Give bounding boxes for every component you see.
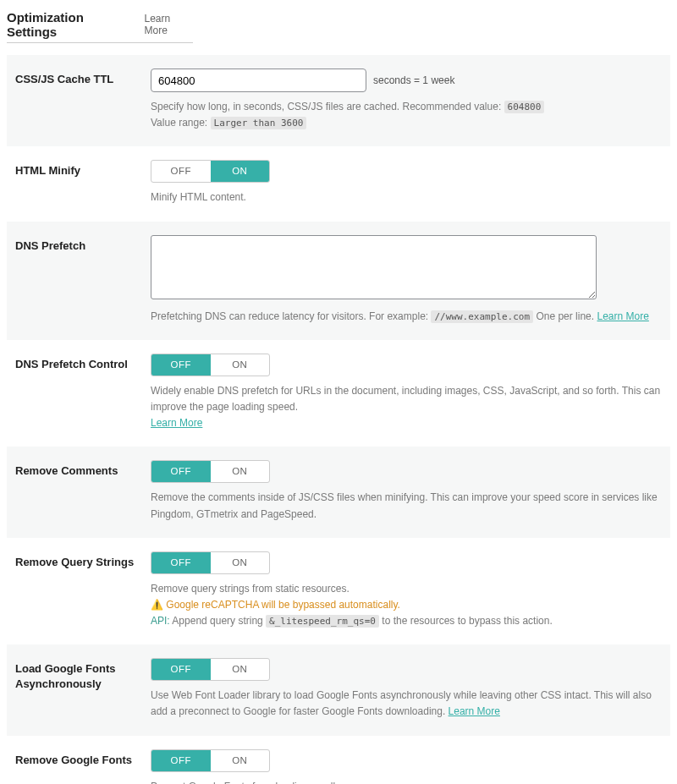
toggle-remove-query[interactable]: OFF ON: [151, 551, 270, 574]
remove-comments-desc: Remove the comments inside of JS/CSS fil…: [151, 490, 662, 522]
remove-query-desc: Remove query strings from static resourc…: [151, 581, 662, 630]
toggle-on[interactable]: ON: [211, 552, 270, 573]
label-dns-prefetch-control: DNS Prefetch Control: [15, 354, 151, 372]
row-dns-prefetch: DNS Prefetch Prefetching DNS can reduce …: [7, 222, 670, 340]
toggle-off[interactable]: OFF: [151, 750, 211, 771]
ttl-after-text: seconds = 1 week: [373, 74, 454, 86]
dns-prefetch-desc: Prefetching DNS can reduce latency for v…: [151, 309, 662, 325]
textarea-dns-prefetch[interactable]: [151, 235, 597, 299]
load-gfonts-async-desc: Use Web Font Loader library to load Goog…: [151, 688, 662, 720]
toggle-off[interactable]: OFF: [151, 354, 211, 376]
label-load-gfonts-async: Load Google Fonts Asynchronously: [15, 658, 151, 692]
remove-gfonts-desc: Prevent Google Fonts from loading on all…: [151, 779, 662, 784]
label-remove-comments: Remove Comments: [15, 460, 151, 479]
html-minify-desc: Minify HTML content.: [151, 189, 662, 206]
label-remove-query: Remove Query Strings: [15, 551, 151, 570]
toggle-load-gfonts-async[interactable]: OFF ON: [151, 658, 270, 681]
warning-icon: ⚠️: [151, 599, 163, 611]
settings-header: Optimization Settings Learn More: [7, 10, 193, 43]
row-load-gfonts-async: Load Google Fonts Asynchronously OFF ON …: [7, 644, 670, 735]
toggle-remove-gfonts[interactable]: OFF ON: [151, 749, 270, 772]
toggle-off[interactable]: OFF: [151, 161, 211, 182]
toggle-html-minify[interactable]: OFF ON: [151, 160, 270, 183]
toggle-on[interactable]: ON: [211, 161, 270, 182]
row-remove-gfonts: Remove Google Fonts OFF ON Prevent Googl…: [7, 736, 670, 784]
label-cache-ttl: CSS/JS Cache TTL: [15, 69, 151, 87]
toggle-off[interactable]: OFF: [151, 461, 211, 482]
load-gfonts-async-learn-more[interactable]: Learn More: [449, 705, 500, 717]
dns-prefetch-control-learn-more[interactable]: Learn More: [151, 417, 202, 429]
toggle-off[interactable]: OFF: [151, 552, 211, 573]
toggle-on[interactable]: ON: [211, 354, 270, 376]
label-dns-prefetch: DNS Prefetch: [15, 235, 151, 254]
toggle-off[interactable]: OFF: [151, 659, 211, 680]
dns-prefetch-control-desc: Widely enable DNS prefetch for URLs in t…: [151, 383, 662, 432]
toggle-on[interactable]: ON: [211, 461, 270, 482]
row-html-minify: HTML Minify OFF ON Minify HTML content.: [7, 146, 670, 221]
toggle-on[interactable]: ON: [211, 659, 270, 680]
toggle-remove-comments[interactable]: OFF ON: [151, 460, 270, 483]
input-cache-ttl[interactable]: [151, 69, 366, 92]
page-title: Optimization Settings: [7, 10, 129, 39]
header-learn-more-link[interactable]: Learn More: [144, 13, 193, 36]
toggle-on[interactable]: ON: [211, 750, 270, 771]
row-remove-query: Remove Query Strings OFF ON Remove query…: [7, 538, 670, 645]
ttl-desc: Specify how long, in seconds, CSS/JS fil…: [151, 99, 662, 131]
label-remove-gfonts: Remove Google Fonts: [15, 749, 151, 768]
row-cache-ttl: CSS/JS Cache TTL seconds = 1 week Specif…: [7, 55, 670, 146]
row-dns-prefetch-control: DNS Prefetch Control OFF ON Widely enabl…: [7, 340, 670, 447]
row-remove-comments: Remove Comments OFF ON Remove the commen…: [7, 447, 670, 537]
label-html-minify: HTML Minify: [15, 160, 151, 178]
toggle-dns-prefetch-control[interactable]: OFF ON: [151, 354, 270, 376]
dns-prefetch-learn-more[interactable]: Learn More: [597, 310, 648, 322]
